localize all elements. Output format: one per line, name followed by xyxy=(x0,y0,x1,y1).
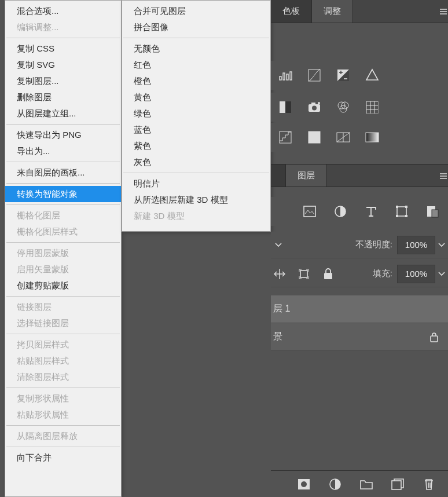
blend-opacity-row: 不透明度: 100% xyxy=(271,232,448,258)
menu-item-color-green[interactable]: 绿色 xyxy=(122,105,270,122)
menu-item-color-red[interactable]: 红色 xyxy=(122,57,270,73)
menu-item-new-3d-from-selected[interactable]: 从所选图层新建 3D 模型 xyxy=(122,192,270,208)
adjustments-panel-tabs: 色板 调整 xyxy=(271,0,448,23)
lock-artboard-icon[interactable] xyxy=(295,265,313,283)
fill-value[interactable]: 100% xyxy=(397,265,435,283)
color-lookup-icon[interactable] xyxy=(363,98,381,116)
menu-item-artboard-from-layers[interactable]: 来自图层的画板... xyxy=(5,165,121,181)
menu-item-flatten-image[interactable]: 拼合图像 xyxy=(122,19,270,35)
fill-chevron-icon[interactable] xyxy=(438,270,446,278)
filter-adjustment-icon[interactable] xyxy=(333,203,347,220)
lock-icon xyxy=(429,332,439,342)
add-mask-icon[interactable] xyxy=(295,476,313,493)
opacity-value[interactable]: 100% xyxy=(397,236,435,254)
threshold-icon[interactable] xyxy=(306,129,323,146)
menu-item-edit-adjustment: 编辑调整... xyxy=(5,19,121,35)
menu-item-color-yellow[interactable]: 黄色 xyxy=(122,89,270,105)
menu-item-enable-vector-mask: 启用矢量蒙版 xyxy=(5,261,121,277)
menu-item-copy-css[interactable]: 复制 CSS xyxy=(5,41,121,57)
delete-layer-icon[interactable] xyxy=(420,476,438,493)
menu-item-quick-export-png[interactable]: 快速导出为 PNG xyxy=(5,127,121,143)
lock-fill-row: 填充: 100% xyxy=(271,261,448,287)
menu-item-color-purple[interactable]: 紫色 xyxy=(122,138,270,154)
filter-shape-icon[interactable] xyxy=(395,203,409,220)
menu-item-new-3d-model: 新建 3D 模型 xyxy=(122,208,270,224)
posterize-icon[interactable] xyxy=(277,129,294,146)
svg-rect-14 xyxy=(366,133,379,142)
svg-point-7 xyxy=(318,102,320,104)
menu-item-color-blue[interactable]: 蓝色 xyxy=(122,122,270,138)
new-layer-icon[interactable] xyxy=(389,476,406,493)
blend-mode-dropdown[interactable] xyxy=(274,241,282,249)
menu-item-rasterize-layer: 栅格化图层 xyxy=(5,207,121,224)
menu-item-release-from-isolation: 从隔离图层释放 xyxy=(5,428,121,444)
new-group-icon[interactable] xyxy=(358,476,375,493)
menu-item-delete-layer[interactable]: 删除图层 xyxy=(5,89,121,105)
menu-item-duplicate-layer[interactable]: 复制图层... xyxy=(5,73,121,89)
levels-icon[interactable] xyxy=(277,67,294,84)
curves-icon[interactable] xyxy=(306,67,323,84)
menu-item-postcard[interactable]: 明信片 xyxy=(122,176,270,192)
exposure-icon[interactable] xyxy=(335,67,352,84)
menu-item-blend-options[interactable]: 混合选项... xyxy=(5,3,121,19)
svg-rect-3 xyxy=(285,101,291,113)
tab-swatches[interactable]: 色板 xyxy=(271,0,312,23)
menu-item-export-as[interactable]: 导出为... xyxy=(5,143,121,159)
filter-smart-object-icon[interactable] xyxy=(425,203,440,220)
menu-item-copy-layer-style: 拷贝图层样式 xyxy=(5,337,121,353)
menu-item-color-orange[interactable]: 橙色 xyxy=(122,73,270,89)
opacity-chevron-icon[interactable] xyxy=(438,241,446,249)
menu-item-no-color[interactable]: 无颜色 xyxy=(122,41,270,57)
fill-label: 填充: xyxy=(373,268,392,279)
menu-item-disable-layer-mask: 停用图层蒙版 xyxy=(5,245,121,261)
add-adjustment-icon[interactable] xyxy=(326,476,344,493)
svg-rect-21 xyxy=(405,215,407,217)
filter-pixel-icon[interactable] xyxy=(302,203,317,220)
lock-all-icon[interactable] xyxy=(320,265,337,283)
menu-item-merge-visible[interactable]: 合并可见图层 xyxy=(122,3,270,19)
context-menu-secondary: 合并可见图层 拼合图像 无颜色 红色 橙色 黄色 绿色 蓝色 紫色 灰色 明信片… xyxy=(122,0,271,232)
menu-item-select-linked-layers: 选择链接图层 xyxy=(5,315,121,331)
svg-rect-30 xyxy=(392,481,401,489)
layer-row-layer1[interactable]: 层 1 xyxy=(271,295,448,323)
tab-adjustments[interactable]: 调整 xyxy=(312,0,353,23)
menu-item-paste-shape-attrs: 粘贴形状属性 xyxy=(5,407,121,423)
svg-point-28 xyxy=(301,481,307,487)
menu-item-group-from-layers[interactable]: 从图层建立组... xyxy=(5,105,121,122)
layer-name: 层 1 xyxy=(273,303,290,315)
photo-filter-icon[interactable] xyxy=(306,98,323,116)
menu-item-copy-svg[interactable]: 复制 SVG xyxy=(5,57,121,73)
panel-menu-icon[interactable] xyxy=(439,0,448,23)
svg-rect-26 xyxy=(431,336,438,342)
gradient-map-icon[interactable] xyxy=(363,129,381,146)
channel-mixer-icon[interactable] xyxy=(335,98,352,116)
opacity-label: 不透明度: xyxy=(355,239,392,250)
filter-type-icon[interactable] xyxy=(363,203,378,220)
vibrance-icon[interactable] xyxy=(363,67,381,84)
svg-rect-23 xyxy=(432,210,438,217)
svg-rect-6 xyxy=(311,103,315,105)
lock-position-icon[interactable] xyxy=(271,265,288,283)
svg-rect-24 xyxy=(300,271,307,277)
menu-item-copy-shape-attrs: 复制形状属性 xyxy=(5,390,121,407)
menu-item-convert-smart-object[interactable]: 转换为智能对象 xyxy=(5,186,121,202)
layers-panel-menu-icon[interactable] xyxy=(439,165,448,188)
menu-item-color-gray[interactable]: 灰色 xyxy=(122,154,270,170)
menu-item-link-layers: 链接图层 xyxy=(5,299,121,315)
tab-layers[interactable]: 图层 xyxy=(286,165,327,187)
menu-item-clear-layer-style: 清除图层样式 xyxy=(5,369,121,385)
layers-panel-tabs: 图层 xyxy=(271,164,448,187)
selective-color-icon[interactable] xyxy=(335,129,352,146)
layer-filter-bar xyxy=(271,197,448,226)
menu-item-merge-down[interactable]: 向下合并 xyxy=(5,450,121,466)
svg-rect-19 xyxy=(405,206,407,208)
menu-item-create-clipping-mask[interactable]: 创建剪贴蒙版 xyxy=(5,277,121,294)
layer-row-background[interactable]: 景 xyxy=(271,323,448,351)
layers-empty-area xyxy=(271,351,448,467)
svg-rect-20 xyxy=(396,215,398,217)
black-white-icon[interactable] xyxy=(277,98,294,116)
menu-item-rasterize-layer-style: 栅格化图层样式 xyxy=(5,224,121,240)
layer-name: 景 xyxy=(273,331,282,343)
svg-rect-17 xyxy=(397,207,406,216)
svg-rect-18 xyxy=(396,206,398,208)
